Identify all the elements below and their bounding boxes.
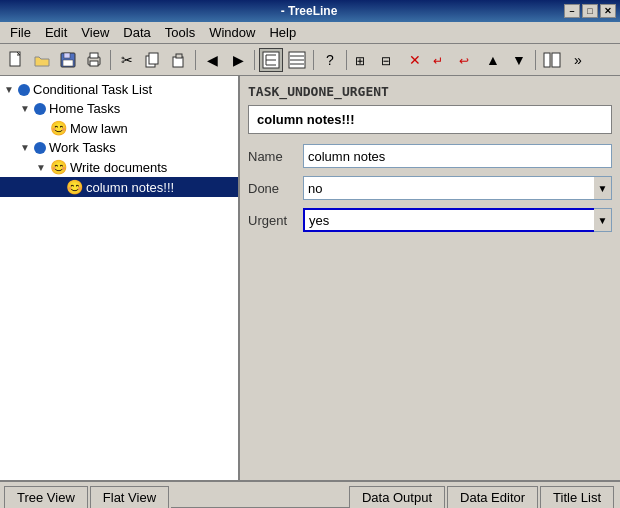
svg-rect-6 xyxy=(90,61,98,66)
copy-button[interactable] xyxy=(141,48,165,72)
separator-5 xyxy=(346,50,347,70)
tree-node-write-docs[interactable]: ▼ 😊 Write documents xyxy=(0,157,238,177)
print-button[interactable] xyxy=(82,48,106,72)
left-tabs: Tree View Flat View xyxy=(4,486,171,508)
bottom-tabs: Tree View Flat View Data Output Data Edi… xyxy=(0,480,620,508)
tree-node-root[interactable]: ▼ Conditional Task List xyxy=(0,80,238,99)
toolbar: ✂ ◀ ▶ ? ⊞ ⊟ ✕ ↵ ↩ ▲ ▼ » xyxy=(0,44,620,76)
data-pane: TASK_UNDONE_URGENT column notes!!! Name … xyxy=(240,76,620,480)
separator-1 xyxy=(110,50,111,70)
tree-label-mow-lawn: Mow lawn xyxy=(70,121,128,136)
svg-rect-5 xyxy=(90,53,98,58)
add-sibling-button[interactable]: ⊟ xyxy=(377,48,401,72)
new-button[interactable] xyxy=(4,48,28,72)
expand-icon-write: ▼ xyxy=(36,162,50,173)
urgent-select[interactable]: yes no xyxy=(303,208,612,232)
svg-rect-25 xyxy=(552,53,560,67)
done-select[interactable]: no yes xyxy=(303,176,612,200)
tree-label-root: Conditional Task List xyxy=(33,82,152,97)
content-value-box: column notes!!! xyxy=(248,105,612,134)
title-bar: - TreeLine – □ ✕ xyxy=(0,0,620,22)
svg-rect-10 xyxy=(176,54,182,58)
separator-6 xyxy=(535,50,536,70)
tree-node-mow-lawn[interactable]: ▷ 😊 Mow lawn xyxy=(0,118,238,138)
tree-label-column-notes: column notes!!! xyxy=(86,180,174,195)
svg-rect-24 xyxy=(544,53,550,67)
menu-window[interactable]: Window xyxy=(203,23,261,42)
minimize-button[interactable]: – xyxy=(564,4,580,18)
expand-icon-work: ▼ xyxy=(20,142,34,153)
column-notes-icon: 😊 xyxy=(66,179,83,195)
expand-icon-root: ▼ xyxy=(4,84,18,95)
menu-file[interactable]: File xyxy=(4,23,37,42)
main-content: ▼ Conditional Task List ▼ Home Tasks ▷ 😊… xyxy=(0,76,620,480)
tree-pane: ▼ Conditional Task List ▼ Home Tasks ▷ 😊… xyxy=(0,76,240,480)
name-field-label: Name xyxy=(248,149,303,164)
tab-flat-view[interactable]: Flat View xyxy=(90,486,169,508)
menu-data[interactable]: Data xyxy=(117,23,156,42)
done-field-label: Done xyxy=(248,181,303,196)
delete-button[interactable]: ✕ xyxy=(403,48,427,72)
help-button[interactable]: ? xyxy=(318,48,342,72)
back-button[interactable]: ◀ xyxy=(200,48,224,72)
menu-view[interactable]: View xyxy=(75,23,115,42)
title-bar-buttons: – □ ✕ xyxy=(564,4,616,18)
mow-lawn-icon: 😊 xyxy=(50,120,67,136)
tree-node-home-tasks[interactable]: ▼ Home Tasks xyxy=(0,99,238,118)
menu-tools[interactable]: Tools xyxy=(159,23,201,42)
done-select-wrapper: no yes ▼ xyxy=(303,176,612,200)
tree-label-work-tasks: Work Tasks xyxy=(49,140,116,155)
work-tasks-icon xyxy=(34,142,46,154)
columns-button[interactable] xyxy=(540,48,564,72)
tab-data-editor[interactable]: Data Editor xyxy=(447,486,538,508)
write-docs-icon: 😊 xyxy=(50,159,67,175)
right-tabs: Data Output Data Editor Title List xyxy=(349,486,616,508)
svg-text:↵: ↵ xyxy=(433,54,443,68)
urgent-select-wrapper: yes no ▼ xyxy=(303,208,612,232)
separator-2 xyxy=(195,50,196,70)
svg-rect-8 xyxy=(149,53,158,64)
root-icon xyxy=(18,84,30,96)
unindent-button[interactable]: ↩ xyxy=(455,48,479,72)
menu-bar: File Edit View Data Tools Window Help xyxy=(0,22,620,44)
tab-title-list[interactable]: Title List xyxy=(540,486,614,508)
move-up-button[interactable]: ▲ xyxy=(481,48,505,72)
menu-help[interactable]: Help xyxy=(263,23,302,42)
move-down-button[interactable]: ▼ xyxy=(507,48,531,72)
svg-text:⊟: ⊟ xyxy=(381,54,391,68)
svg-rect-3 xyxy=(63,60,73,66)
tab-tree-view[interactable]: Tree View xyxy=(4,486,88,508)
urgent-field-row: Urgent yes no ▼ xyxy=(248,208,612,232)
tree-node-work-tasks[interactable]: ▼ Work Tasks xyxy=(0,138,238,157)
save-button[interactable] xyxy=(56,48,80,72)
tree-label-write-docs: Write documents xyxy=(70,160,167,175)
maximize-button[interactable]: □ xyxy=(582,4,598,18)
paste-button[interactable] xyxy=(167,48,191,72)
tree-view-btn[interactable] xyxy=(259,48,283,72)
name-input[interactable] xyxy=(303,144,612,168)
flat-view-btn[interactable] xyxy=(285,48,309,72)
cut-button[interactable]: ✂ xyxy=(115,48,139,72)
node-type-label: TASK_UNDONE_URGENT xyxy=(248,84,612,99)
forward-button[interactable]: ▶ xyxy=(226,48,250,72)
tree-node-column-notes[interactable]: ▷ 😊 column notes!!! xyxy=(0,177,238,197)
title-bar-text: - TreeLine xyxy=(54,4,564,18)
close-button[interactable]: ✕ xyxy=(600,4,616,18)
indent-button[interactable]: ↵ xyxy=(429,48,453,72)
add-child-button[interactable]: ⊞ xyxy=(351,48,375,72)
tree-label-home-tasks: Home Tasks xyxy=(49,101,120,116)
svg-rect-2 xyxy=(64,53,70,58)
separator-3 xyxy=(254,50,255,70)
expand-icon-home: ▼ xyxy=(20,103,34,114)
home-tasks-icon xyxy=(34,103,46,115)
done-field-row: Done no yes ▼ xyxy=(248,176,612,200)
svg-text:⊞: ⊞ xyxy=(355,54,365,68)
more-button[interactable]: » xyxy=(566,48,590,72)
open-button[interactable] xyxy=(30,48,54,72)
menu-edit[interactable]: Edit xyxy=(39,23,73,42)
tab-data-output[interactable]: Data Output xyxy=(349,486,445,508)
urgent-field-label: Urgent xyxy=(248,213,303,228)
name-field-row: Name xyxy=(248,144,612,168)
svg-text:↩: ↩ xyxy=(459,54,469,68)
separator-4 xyxy=(313,50,314,70)
